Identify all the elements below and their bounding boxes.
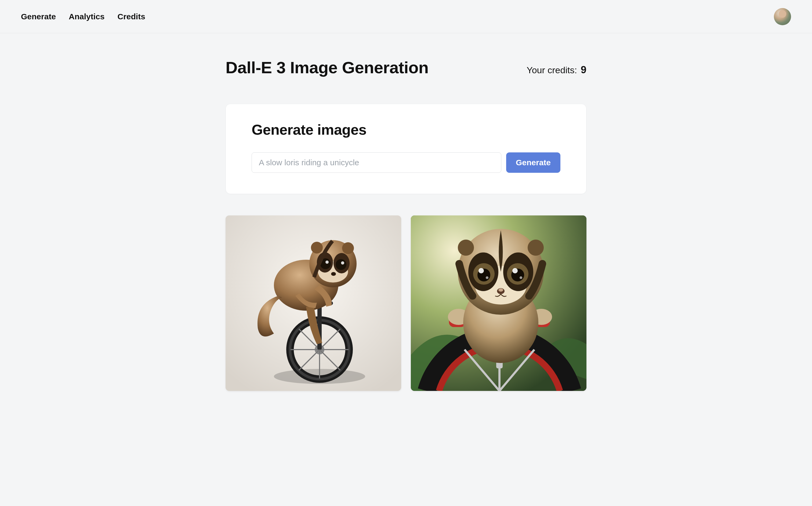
input-row: Generate — [251, 152, 561, 173]
page-header: Dall-E 3 Image Generation Your credits: … — [226, 58, 586, 77]
generate-button[interactable]: Generate — [506, 152, 561, 173]
nav-links: Generate Analytics Credits — [21, 12, 145, 21]
generated-image-icon — [411, 216, 586, 391]
nav-analytics[interactable]: Analytics — [69, 12, 104, 21]
svg-point-24 — [331, 272, 336, 276]
svg-point-54 — [528, 240, 544, 256]
svg-point-50 — [520, 276, 522, 279]
page-title: Dall-E 3 Image Generation — [226, 58, 429, 77]
credits-value: 9 — [581, 64, 586, 76]
top-bar: Generate Analytics Credits — [0, 0, 812, 33]
nav-generate[interactable]: Generate — [21, 12, 56, 21]
main-content: Dall-E 3 Image Generation Your credits: … — [226, 33, 586, 391]
prompt-input[interactable] — [251, 152, 501, 173]
credits-label: Your credits: — [527, 65, 577, 75]
result-image[interactable] — [411, 216, 586, 391]
svg-point-22 — [325, 260, 329, 264]
nav-credits[interactable]: Credits — [117, 12, 145, 21]
results-grid — [226, 216, 586, 391]
result-image[interactable] — [226, 216, 401, 391]
card-title: Generate images — [251, 121, 561, 138]
svg-point-23 — [341, 261, 344, 264]
svg-point-26 — [342, 242, 354, 254]
svg-point-25 — [311, 242, 323, 254]
svg-point-47 — [478, 268, 484, 273]
credits-display: Your credits: 9 — [527, 64, 586, 76]
svg-point-53 — [458, 240, 474, 256]
generated-image-icon — [226, 216, 401, 391]
svg-point-49 — [486, 276, 489, 279]
avatar[interactable] — [774, 8, 791, 25]
svg-point-48 — [512, 268, 518, 273]
svg-point-52 — [498, 288, 503, 291]
generate-card: Generate images Generate — [226, 104, 586, 194]
svg-point-21 — [336, 259, 346, 270]
